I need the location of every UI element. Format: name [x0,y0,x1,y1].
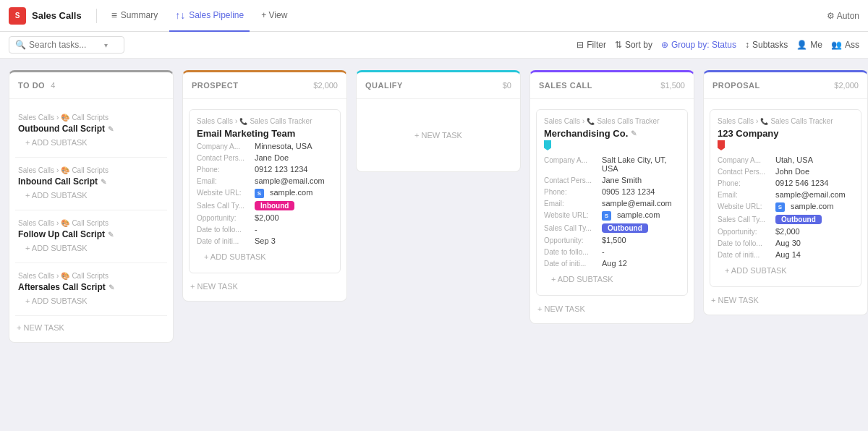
plus-icon: + [711,296,715,304]
filter-button[interactable]: ⊟ Filter [576,40,606,50]
tab-sales-pipeline[interactable]: ↑↓ Sales Pipeline [169,0,250,32]
field-label: Opportunity: [197,214,250,222]
field-label: Date to follo... [544,248,597,256]
summary-icon: ≡ [111,9,117,21]
column-label-todo: TO DO [18,81,45,90]
card-field: Date to follo... Aug 30 [718,239,854,247]
tab-sales-pipeline-label: Sales Pipeline [189,10,244,20]
field-label: Email: [197,177,250,185]
card-field: Email: sample@email.com [718,190,854,199]
flag-red-icon [718,140,725,150]
field-value: - [255,225,258,234]
field-value: $1,500 [602,236,626,244]
bc-icon: 🎨 [61,272,69,280]
field-label: Phone: [197,166,250,174]
edit-icon[interactable]: ✎ [101,178,106,186]
field-label: Opportunity: [544,236,597,244]
field-value: Jane Smith [602,176,642,184]
breadcrumb: Sales Calls › 🎨 Call Scripts [18,166,164,174]
phone-icon: 📞 [760,118,768,125]
new-task-button[interactable]: + NEW TASK [530,300,694,317]
sort-button[interactable]: ⇅ Sort by [615,40,652,50]
edit-icon[interactable]: ✎ [109,283,114,291]
field-value: Utah, USA [775,155,813,164]
column-header-proposal: PROPOSAL $2,000 [704,72,867,99]
field-label: Email: [718,191,771,199]
new-task-button[interactable]: + NEW TASK [407,127,469,144]
card-field: Email: sample@email.com [544,199,680,208]
field-label: Phone: [718,179,771,187]
search-box[interactable]: 🔍 ▾ [9,36,124,54]
breadcrumb: Sales Calls › 📞 Sales Calls Tracker [197,117,333,125]
field-label: Opportunity: [718,228,771,236]
tab-view[interactable]: + View [255,0,293,32]
field-value: - [602,247,605,256]
topbar: S Sales Calls ≡ Summary ↑↓ Sales Pipelin… [0,0,868,32]
card-title: Email Marketing Team [197,128,333,139]
search-input[interactable] [29,40,101,50]
card-field: Website URL: Ssample.com [197,188,333,198]
card-field: Company A... Minnesota, USA [197,142,333,150]
me-button[interactable]: 👤 Me [796,40,822,50]
card-field: Sales Call Ty... Inbound [197,201,333,210]
column-proposal: PROPOSAL $2,000 Sales Calls › 📞 Sales Ca… [703,70,868,315]
add-subtask-button[interactable]: + ADD SUBTASK [18,187,164,204]
field-label: Email: [544,200,597,208]
field-label: Date to follo... [718,239,771,247]
table-row: Sales Calls › 📞 Sales Calls Tracker Emai… [189,109,341,273]
new-task-button[interactable]: + NEW TASK [9,319,173,336]
table-row: Sales Calls › 📞 Sales Calls Tracker Merc… [536,109,688,296]
field-label: Date to follo... [197,226,250,234]
card-field: Date of initi... Aug 12 [544,259,680,268]
list-item: Sales Calls › 🎨 Call Scripts Follow Up C… [15,213,167,263]
edit-icon[interactable]: ✎ [108,125,114,133]
column-header-todo: TO DO 4 [9,72,173,99]
edit-icon[interactable]: ✎ [631,129,637,137]
list-item: Sales Calls › 🎨 Call Scripts Outbound Ca… [15,108,167,158]
add-subtask-button[interactable]: + ADD SUBTASK [544,270,680,288]
filter-icon: ⊟ [576,40,584,50]
add-subtask-button[interactable]: + ADD SUBTASK [18,239,164,257]
group-label: Group by: Status [671,40,736,50]
card-title: Inbound Call Script ✎ [18,176,164,187]
flag-teal-icon [544,140,551,150]
badge-outbound: Outbound [602,223,648,233]
card-field: Date to follo... - [197,225,333,234]
add-subtask-button[interactable]: + ADD SUBTASK [18,134,164,151]
search-icon: 🔍 [15,40,26,50]
me-label: Me [810,40,822,50]
new-task-button[interactable]: + NEW TASK [183,278,346,295]
card-title: Outbound Call Script ✎ [18,124,164,134]
filter-label: Filter [587,40,606,50]
assign-button[interactable]: 👥 Ass [831,40,859,50]
field-value: sample.com [617,210,660,219]
edit-icon[interactable]: ✎ [108,231,114,239]
add-subtask-button[interactable]: + ADD SUBTASK [197,248,333,265]
field-value: Aug 14 [775,250,801,259]
column-body-proposal: Sales Calls › 📞 Sales Calls Tracker 123 … [704,99,867,315]
new-task-button[interactable]: + NEW TASK [704,291,867,309]
field-value: Sep 3 [255,236,276,245]
column-label-prospect: PROSPECT [192,81,239,90]
badge-outbound: Outbound [775,215,822,224]
topbar-title: Sales Calls [32,10,82,21]
qualify-body: + NEW TASK [357,105,520,166]
add-subtask-button[interactable]: + ADD SUBTASK [718,262,854,279]
app-icon: S [9,7,26,25]
phone-icon: 📞 [587,118,595,125]
tab-summary-label: Summary [121,10,158,20]
field-value: $2,000 [255,213,279,222]
field-value: Salt Lake City, UT, USA [602,155,680,173]
breadcrumb: Sales Calls › 📞 Sales Calls Tracker [718,117,854,125]
toolbar-actions: ⊟ Filter ⇅ Sort by ⊕ Group by: Status ↕ … [576,40,859,50]
group-button[interactable]: ⊕ Group by: Status [661,40,736,50]
plus-icon: + [537,304,542,313]
group-icon: ⊕ [661,40,668,50]
subtasks-button[interactable]: ↕ Subtasks [745,40,788,50]
field-value: Aug 12 [602,259,627,268]
tab-summary[interactable]: ≡ Summary [106,0,164,32]
add-subtask-button[interactable]: + ADD SUBTASK [18,292,164,310]
card-field: Phone: 0912 546 1234 [718,179,854,187]
card-field: Phone: 0905 123 1234 [544,187,680,196]
field-value: sample@email.com [255,176,325,185]
